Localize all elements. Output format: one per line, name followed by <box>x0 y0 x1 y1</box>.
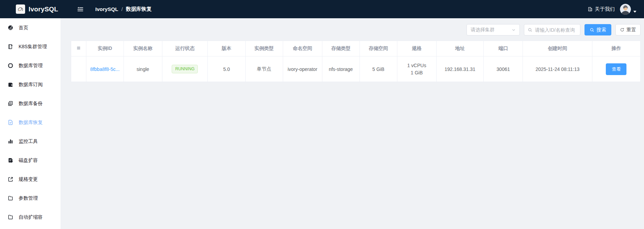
sidebar-item-label: 磁盘扩容 <box>19 157 38 164</box>
created-at-cell: 2025-11-24 08:11:13 <box>523 56 592 82</box>
sidebar: 首页 K8S集群管理 数据库管理 数据库订阅 数据库备份 <box>0 18 61 229</box>
sidebar-item-db-manage[interactable]: 数据库管理 <box>0 56 61 75</box>
backup-copy-icon <box>8 101 13 106</box>
header-created-at: 创建时间 <box>523 41 592 56</box>
disk-expand-icon <box>8 157 13 163</box>
column-settings-cell[interactable] <box>71 41 86 56</box>
filter-bar: 请选择集群 搜索 重置 <box>71 24 641 35</box>
company-icon <box>588 7 593 12</box>
storage-type-cell: nfs-storage <box>322 56 359 82</box>
header-type: 实例类型 <box>245 41 283 56</box>
sidebar-item-label: 数据库订阅 <box>19 82 43 88</box>
avatar[interactable] <box>620 4 631 15</box>
sidebar-item-db-subscribe[interactable]: 数据库订阅 <box>0 75 61 94</box>
port-cell: 30061 <box>484 56 523 82</box>
about-us-link[interactable]: 关于我们 <box>588 6 615 12</box>
storage-size-cell: 5 GiB <box>359 56 397 82</box>
search-field <box>524 24 580 35</box>
sidebar-item-label: K8S集群管理 <box>19 44 47 50</box>
spec-cpu: 1 vCPUs <box>399 62 435 69</box>
sidebar-item-db-backup[interactable]: 数据库备份 <box>0 94 61 113</box>
sidebar-item-disk-expand[interactable]: 磁盘扩容 <box>0 151 61 170</box>
menu-fold-icon[interactable] <box>76 5 85 13</box>
cluster-icon <box>8 44 13 50</box>
reset-button-label: 重置 <box>626 27 636 33</box>
sidebar-item-home[interactable]: 首页 <box>0 18 61 37</box>
search-button-label: 搜索 <box>597 27 606 33</box>
search-icon <box>590 28 594 32</box>
brand-name: IvorySQL <box>29 6 58 13</box>
breadcrumb-separator: / <box>121 6 123 12</box>
breadcrumb: IvorySQL / 数据库恢复 <box>95 6 152 12</box>
header-spec: 规格 <box>397 41 436 56</box>
header-port: 端口 <box>484 41 523 56</box>
chevron-down-icon <box>512 28 516 32</box>
search-icon <box>528 28 533 32</box>
instances-table: 实例ID 实例名称 运行状态 版本 实例类型 命名空间 存储类型 存储空间 规格… <box>71 41 641 82</box>
spec-cell: 1 vCPUs 1 GiB <box>397 56 436 82</box>
status-badge: RUNNING <box>172 65 198 73</box>
header-actions: 操作 <box>592 41 640 56</box>
ivorysql-logo-icon <box>16 4 25 14</box>
navbar-right: 关于我们 <box>588 4 644 15</box>
top-navbar: IvorySQL IvorySQL / 数据库恢复 <box>0 0 644 18</box>
header-instance-id: 实例ID <box>86 41 124 56</box>
header-storage-type: 存储类型 <box>322 41 359 56</box>
sidebar-item-label: 自动扩缩容 <box>19 214 43 220</box>
row-expand-cell <box>71 56 86 82</box>
folder-icon <box>8 195 13 201</box>
cluster-select[interactable]: 请选择集群 <box>466 24 520 35</box>
brand[interactable]: IvorySQL <box>0 4 61 14</box>
address-cell: 192.168.31.31 <box>436 56 484 82</box>
spec-change-icon <box>8 176 13 182</box>
header-status: 运行状态 <box>162 41 208 56</box>
sidebar-item-label: 规格变更 <box>19 176 38 183</box>
version-cell: 5.0 <box>208 56 245 82</box>
sidebar-item-k8s-cluster[interactable]: K8S集群管理 <box>0 37 61 56</box>
header-version: 版本 <box>208 41 245 56</box>
sidebar-item-param-manage[interactable]: 参数管理 <box>0 189 61 208</box>
header-namespace: 命名空间 <box>283 41 322 56</box>
table-row: 8fbba8f8-5c... single RUNNING 5.0 单节点 iv… <box>71 56 641 82</box>
sidebar-item-db-restore[interactable]: 数据库恢复 <box>0 113 61 132</box>
folder-icon <box>8 214 13 220</box>
sidebar-item-spec-change[interactable]: 规格变更 <box>0 170 61 189</box>
spec-memory: 1 GiB <box>399 69 435 76</box>
table-header-row: 实例ID 实例名称 运行状态 版本 实例类型 命名空间 存储类型 存储空间 规格… <box>71 41 641 56</box>
search-button[interactable]: 搜索 <box>584 24 611 35</box>
about-us-label: 关于我们 <box>595 6 615 12</box>
main-content: 请选择集群 搜索 重置 <box>61 18 644 229</box>
sidebar-item-label: 参数管理 <box>19 195 38 201</box>
restore-file-icon <box>8 119 13 125</box>
dashboard-icon <box>8 25 13 31</box>
header-storage-size: 存储空间 <box>359 41 397 56</box>
instance-name-cell: single <box>124 56 162 82</box>
sidebar-item-monitor[interactable]: 监控工具 <box>0 132 61 151</box>
breadcrumb-current: 数据库恢复 <box>126 6 152 12</box>
view-button[interactable]: 查看 <box>606 63 626 75</box>
reset-button[interactable]: 重置 <box>615 24 641 35</box>
breadcrumb-root[interactable]: IvorySQL <box>95 6 118 12</box>
sidebar-item-label: 数据库备份 <box>19 101 43 107</box>
header-address: 地址 <box>436 41 484 56</box>
instance-id-link[interactable]: 8fbba8f8-5c... <box>90 66 120 72</box>
monitor-bars-icon <box>8 138 13 144</box>
header-instance-name: 实例名称 <box>124 41 162 56</box>
namespace-cell: ivory-operator <box>283 56 322 82</box>
sidebar-item-label: 监控工具 <box>19 138 38 145</box>
caret-down-icon[interactable] <box>633 11 636 13</box>
refresh-icon <box>620 28 624 32</box>
column-drag-icon <box>76 45 81 51</box>
app-root: IvorySQL IvorySQL / 数据库恢复 <box>0 0 644 229</box>
sidebar-item-autoscale[interactable]: 自动扩缩容 <box>0 208 61 227</box>
cluster-select-placeholder: 请选择集群 <box>471 27 495 33</box>
database-manage-icon <box>8 63 13 69</box>
sidebar-item-label: 数据库恢复 <box>19 119 43 126</box>
subscription-icon <box>8 82 13 87</box>
sidebar-item-label: 首页 <box>19 25 28 31</box>
search-input[interactable] <box>535 27 577 33</box>
type-cell: 单节点 <box>245 56 283 82</box>
sidebar-item-label: 数据库管理 <box>19 63 43 69</box>
